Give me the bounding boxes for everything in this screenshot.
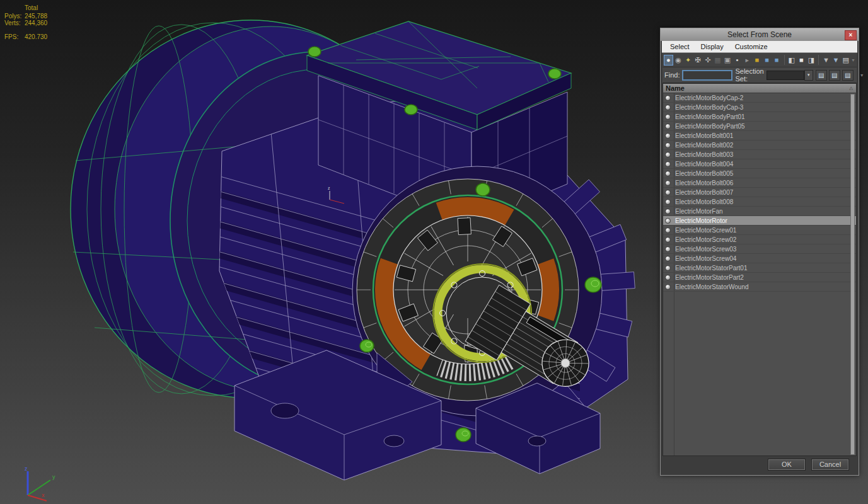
display-all-icon[interactable]: ■ bbox=[797, 55, 806, 66]
configure-columns-icon[interactable]: ▤ bbox=[841, 55, 850, 66]
stats-polys: Polys: 245,788 bbox=[4, 13, 47, 20]
toolbar-separator bbox=[784, 55, 785, 65]
list-item[interactable]: ElectricMotorBolt004 bbox=[663, 159, 856, 169]
menu-display[interactable]: Display bbox=[695, 42, 729, 52]
list-item[interactable]: ElectricMotorStatorWound bbox=[663, 282, 856, 292]
list-item[interactable]: ElectricMotorBolt007 bbox=[663, 188, 856, 197]
toolbar-separator bbox=[818, 55, 819, 65]
axis-x-label: x bbox=[42, 492, 45, 498]
geometry-object-icon bbox=[665, 218, 671, 224]
list-item[interactable]: ElectricMotorBolt003 bbox=[663, 150, 856, 159]
geometry-object-icon bbox=[665, 114, 671, 120]
list-item[interactable]: ElectricMotorScrew02 bbox=[663, 235, 856, 244]
stats-col-header: Total bbox=[25, 4, 47, 11]
select-from-scene-dialog: Select From Scene × SelectDisplayCustomi… bbox=[660, 28, 859, 476]
menu-customize[interactable]: Customize bbox=[729, 42, 773, 52]
geometry-object-icon bbox=[665, 161, 671, 167]
display-helpers-icon[interactable]: ✜ bbox=[703, 55, 713, 66]
display-shapes-icon[interactable]: ◉ bbox=[674, 55, 683, 66]
close-icon[interactable]: × bbox=[845, 30, 857, 40]
chevron-down-icon[interactable]: ▼ bbox=[804, 70, 813, 81]
world-axis-gizmo: z y x bbox=[4, 465, 67, 504]
stats-verts: Verts: 244,360 bbox=[4, 20, 47, 26]
xref-file-icon[interactable]: ■ bbox=[772, 55, 782, 66]
add-to-set-icon[interactable]: ▤ bbox=[829, 70, 840, 81]
cancel-button[interactable]: Cancel bbox=[811, 459, 849, 471]
list-item[interactable]: ElectricMotorScrew04 bbox=[663, 254, 856, 263]
geometry-object-icon bbox=[665, 142, 671, 148]
find-row: Find: Selection Set: ▼ ▤▤▤ ▼ bbox=[663, 67, 857, 83]
list-item[interactable]: ElectricMotorBodyPart05 bbox=[663, 122, 856, 131]
display-groups-icon[interactable]: ▣ bbox=[723, 55, 732, 66]
dialog-toolbar: ●◉✦✠✜▦▣▪▸■■■◧■◨▼▼▤▼ bbox=[663, 53, 857, 67]
list-item[interactable]: ElectricMotorStatorPart2 bbox=[663, 273, 856, 282]
selection-set-combo[interactable]: ▼ bbox=[767, 71, 813, 80]
geometry-object-icon bbox=[665, 246, 671, 252]
new-selection-set-icon[interactable]: ▤ bbox=[816, 70, 827, 81]
display-invert-icon[interactable]: ◨ bbox=[807, 55, 816, 66]
subtract-from-set-icon[interactable]: ▤ bbox=[842, 70, 854, 81]
viewport-statistics: Total Polys: 245,788 Verts: 244,360 FPS:… bbox=[4, 4, 47, 40]
list-column-header-name[interactable]: Name △ bbox=[663, 83, 857, 93]
geometry-object-icon bbox=[665, 284, 671, 290]
display-spacewarps-icon[interactable]: ▦ bbox=[713, 55, 722, 66]
display-frozen-icon[interactable]: ▸ bbox=[743, 55, 752, 66]
axis-y-label: y bbox=[52, 474, 55, 480]
filter-icon[interactable]: ▼ bbox=[821, 55, 831, 66]
geometry-object-icon bbox=[665, 190, 671, 195]
list-item[interactable]: ElectricMotorBolt002 bbox=[663, 140, 856, 150]
dialog-button-row: OK Cancel bbox=[663, 456, 857, 473]
find-input[interactable] bbox=[682, 70, 732, 81]
list-item[interactable]: ElectricMotorBolt006 bbox=[663, 178, 856, 188]
dialog-title: Select From Scene bbox=[661, 30, 859, 39]
geometry-object-icon bbox=[665, 227, 671, 233]
geometry-object-icon bbox=[665, 180, 671, 186]
dialog-title-bar[interactable]: Select From Scene × bbox=[661, 28, 859, 41]
geometry-object-icon bbox=[665, 152, 671, 158]
list-item[interactable]: ElectricMotorBolt008 bbox=[663, 197, 856, 207]
list-item[interactable]: ElectricMotorScrew01 bbox=[663, 226, 856, 235]
geometry-object-icon bbox=[665, 256, 671, 261]
selection-set-buttons: ▤▤▤ bbox=[816, 70, 854, 81]
list-item[interactable]: ElectricMotorRotor bbox=[663, 216, 856, 226]
selection-set-value[interactable] bbox=[767, 71, 804, 80]
svg-text:z: z bbox=[328, 186, 330, 190]
merge-file-icon[interactable]: ■ bbox=[762, 55, 772, 66]
geometry-object-icon bbox=[665, 275, 671, 280]
find-label: Find: bbox=[664, 71, 680, 79]
ok-button[interactable]: OK bbox=[768, 459, 806, 471]
display-lights-icon[interactable]: ✦ bbox=[683, 55, 693, 66]
filter-set-icon[interactable]: ▼ bbox=[831, 55, 841, 66]
list-item[interactable]: ElectricMotorBodyCap-2 bbox=[663, 93, 856, 103]
list-item[interactable]: ElectricMotorScrew03 bbox=[663, 244, 856, 254]
geometry-object-icon bbox=[665, 199, 671, 205]
display-containers-icon[interactable]: ■ bbox=[753, 55, 762, 66]
list-item[interactable]: ElectricMotorFan bbox=[663, 207, 856, 216]
geometry-object-icon bbox=[665, 209, 671, 214]
list-item[interactable]: ElectricMotorBolt005 bbox=[663, 169, 856, 178]
scene-object-list[interactable]: ElectricMotorBodyCap-2 ElectricMotorBody… bbox=[663, 93, 857, 456]
sort-ascending-icon: △ bbox=[850, 86, 853, 91]
menu-select[interactable]: Select bbox=[664, 42, 695, 52]
toolbar-flyout-arrow-icon[interactable]: ▼ bbox=[851, 58, 855, 62]
display-none-icon[interactable]: ◧ bbox=[787, 55, 796, 66]
geometry-object-icon bbox=[665, 133, 671, 139]
list-scrollbar[interactable] bbox=[850, 94, 855, 455]
selection-set-label: Selection Set: bbox=[735, 67, 763, 83]
geometry-object-icon bbox=[665, 265, 671, 271]
axis-z-label: z bbox=[25, 466, 28, 472]
list-item[interactable]: ElectricMotorBodyCap-3 bbox=[663, 103, 856, 112]
list-item[interactable]: ElectricMotorBodyPart01 bbox=[663, 112, 856, 122]
geometry-object-icon bbox=[665, 123, 671, 129]
geometry-object-icon bbox=[665, 237, 671, 243]
display-geometry-icon[interactable]: ● bbox=[664, 55, 673, 66]
geometry-object-icon bbox=[665, 105, 671, 110]
list-item[interactable]: ElectricMotorBolt001 bbox=[663, 131, 856, 140]
geometry-object-icon bbox=[665, 95, 671, 101]
display-bones-icon[interactable]: ▪ bbox=[732, 55, 742, 66]
dialog-menubar: SelectDisplayCustomize bbox=[662, 41, 857, 53]
display-cameras-icon[interactable]: ✠ bbox=[693, 55, 703, 66]
list-item[interactable]: ElectricMotorStatorPart01 bbox=[663, 263, 856, 273]
flyout-arrow-icon[interactable]: ▼ bbox=[860, 73, 864, 77]
stats-fps: FPS: 420.730 bbox=[4, 33, 47, 40]
